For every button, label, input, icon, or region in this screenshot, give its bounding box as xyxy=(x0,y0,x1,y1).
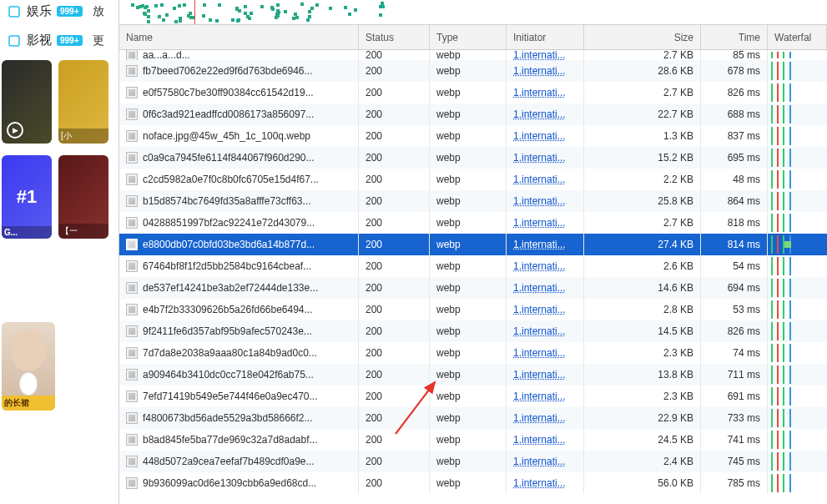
cell-time: 818 ms xyxy=(701,212,768,234)
cell-size: 2.3 KB xyxy=(584,386,701,407)
network-request-row[interactable]: a909464b3410dc0cc718e042f6ab75... 200 we… xyxy=(119,364,827,386)
cell-waterfall xyxy=(768,190,827,212)
cell-initiator: 1.internati... xyxy=(507,429,584,451)
cell-status: 200 xyxy=(359,407,430,429)
initiator-link[interactable]: 1.internati... xyxy=(513,282,566,294)
initiator-link[interactable]: 1.internati... xyxy=(513,260,566,272)
network-request-row[interactable]: 7d7da8e2038a9aaa80c1a84b9ad0c0... 200 we… xyxy=(119,342,827,364)
cell-initiator: 1.internati... xyxy=(507,364,584,386)
header-time[interactable]: Time xyxy=(701,25,768,49)
header-status[interactable]: Status xyxy=(359,25,430,49)
cell-initiator: 1.internati... xyxy=(507,472,584,494)
network-request-row[interactable]: 04288851997bf2ac92241e72d43079... 200 we… xyxy=(119,212,827,234)
cell-name: 9f2411fe6d357abf95b9afec570243e... xyxy=(119,320,359,342)
network-request-row[interactable]: 448d5072a9cea7eefaf7b489cdf0a9e... 200 w… xyxy=(119,451,827,472)
network-request-row[interactable]: 0f6c3ad921eadffcd0086173a856097... 200 w… xyxy=(119,103,827,125)
initiator-link[interactable]: 1.internati... xyxy=(513,477,566,489)
cell-waterfall xyxy=(768,147,827,169)
initiator-link[interactable]: 1.internati... xyxy=(513,434,566,446)
initiator-link[interactable]: 1.internati... xyxy=(513,217,566,229)
cell-waterfall xyxy=(768,255,827,277)
network-request-row[interactable]: b15d8574bc7649fd35a8afffe73cff63... 200 … xyxy=(119,190,827,212)
cell-type: webp xyxy=(430,472,507,494)
network-request-row[interactable]: e8800db07c0bfd03be3bd6a14b877d... 200 we… xyxy=(119,234,827,255)
network-request-row[interactable]: c0a9ca7945fe6114f844067f960d290... 200 w… xyxy=(119,147,827,169)
network-request-row[interactable]: 9f2411fe6d357abf95b9afec570243e... 200 w… xyxy=(119,320,827,342)
network-request-row[interactable]: c2cd5982a0e7f0c8b0fc6705e15d4f67... 200 … xyxy=(119,169,827,190)
header-initiator[interactable]: Initiator xyxy=(507,25,584,49)
cell-status: 200 xyxy=(359,103,430,125)
initiator-link[interactable]: 1.internati... xyxy=(513,50,566,60)
cell-initiator: 1.internati... xyxy=(507,212,584,234)
network-request-row[interactable]: f4800673bd56ade5529a3bd58666f2... 200 we… xyxy=(119,407,827,429)
cell-time: 695 ms xyxy=(701,147,768,169)
request-name: f4800673bd56ade5529a3bd58666f2... xyxy=(143,412,313,424)
cell-name: de537ef14241be3ab2ef72444de133e... xyxy=(119,277,359,299)
network-request-row[interactable]: 7efd71419b549e5e744f46e0a9ec470... 200 w… xyxy=(119,386,827,407)
video-thumb[interactable]: [小 xyxy=(58,60,108,144)
video-thumb[interactable]: #1G... xyxy=(2,155,52,239)
sidebar-trail: 放 xyxy=(93,4,104,19)
count-badge: 999+ xyxy=(57,6,83,17)
cell-initiator: 1.internati... xyxy=(507,320,584,342)
request-name: e0f57580c7be30ff90384cc61542d19... xyxy=(143,87,314,98)
initiator-link[interactable]: 1.internati... xyxy=(513,412,566,424)
initiator-link[interactable]: 1.internati... xyxy=(513,87,566,98)
initiator-link[interactable]: 1.internati... xyxy=(513,391,566,402)
overview-timeline[interactable] xyxy=(119,0,827,25)
cell-size: 22.9 KB xyxy=(584,407,701,429)
cell-status: 200 xyxy=(359,125,430,147)
initiator-link[interactable]: 1.internati... xyxy=(513,456,566,467)
network-request-row[interactable]: b8ad845fe5ba77de969c32a7d8adabf... 200 w… xyxy=(119,429,827,451)
request-name: e4b7f2b33309626b5a26fd66be6494... xyxy=(143,304,313,315)
initiator-link[interactable]: 1.internati... xyxy=(513,369,566,381)
initiator-link[interactable]: 1.internati... xyxy=(513,347,566,359)
network-request-row[interactable]: e0f57580c7be30ff90384cc61542d19... 200 w… xyxy=(119,82,827,103)
initiator-link[interactable]: 1.internati... xyxy=(513,325,566,337)
page-sidebar: 娱乐 999+ 放 影视 999+ 更 ▶[小 #1G...【一 的长裙 xyxy=(0,0,119,504)
cell-size: 2.3 KB xyxy=(584,342,701,364)
request-name: 448d5072a9cea7eefaf7b489cdf0a9e... xyxy=(143,456,315,467)
network-request-row[interactable]: e4b7f2b33309626b5a26fd66be6494... 200 we… xyxy=(119,299,827,320)
file-icon xyxy=(126,347,138,359)
thumb-person[interactable]: 的长裙 xyxy=(2,322,55,411)
video-thumb[interactable]: ▶ xyxy=(2,60,52,144)
initiator-link[interactable]: 1.internati... xyxy=(513,108,566,120)
initiator-link[interactable]: 1.internati... xyxy=(513,65,566,77)
cell-type: webp xyxy=(430,407,507,429)
initiator-link[interactable]: 1.internati... xyxy=(513,304,566,315)
entertainment-icon xyxy=(7,4,22,19)
header-type[interactable]: Type xyxy=(430,25,507,49)
video-thumb[interactable]: 【一 xyxy=(58,155,108,239)
cell-waterfall xyxy=(768,364,827,386)
network-request-row[interactable]: 67464bf8f1f2d5bb2584bc9164cbeaf... 200 w… xyxy=(119,255,827,277)
count-badge: 999+ xyxy=(57,35,83,46)
initiator-link[interactable]: 1.internati... xyxy=(513,239,566,250)
header-size[interactable]: Size xyxy=(584,25,701,49)
initiator-link[interactable]: 1.internati... xyxy=(513,152,566,164)
sidebar-item[interactable]: 影视 999+ 更 xyxy=(0,29,119,52)
header-waterfall[interactable]: Waterfal xyxy=(768,25,827,49)
cell-type: webp xyxy=(430,364,507,386)
cell-name: e0f57580c7be30ff90384cc61542d19... xyxy=(119,82,359,103)
initiator-link[interactable]: 1.internati... xyxy=(513,130,566,142)
cell-type: webp xyxy=(430,429,507,451)
initiator-link[interactable]: 1.internati... xyxy=(513,174,566,185)
cell-initiator: 1.internati... xyxy=(507,125,584,147)
network-request-row[interactable]: aa...a...d... 200 webp 1.internati... 2.… xyxy=(119,50,827,60)
request-name: c0a9ca7945fe6114f844067f960d290... xyxy=(143,152,315,164)
cell-size: 2.4 KB xyxy=(584,451,701,472)
sidebar-item[interactable]: 娱乐 999+ 放 xyxy=(0,0,119,23)
network-request-row[interactable]: de537ef14241be3ab2ef72444de133e... 200 w… xyxy=(119,277,827,299)
initiator-link[interactable]: 1.internati... xyxy=(513,195,566,207)
network-request-row[interactable]: fb7beed7062e22ed9f6d763bde6946... 200 we… xyxy=(119,60,827,82)
cell-size: 56.0 KB xyxy=(584,472,701,494)
thumb-caption: 的长裙 xyxy=(2,396,55,411)
cell-time: 691 ms xyxy=(701,386,768,407)
header-name[interactable]: Name xyxy=(119,25,359,49)
cell-type: webp xyxy=(430,277,507,299)
network-request-row[interactable]: 9b936099ac0d6e1309cbb6a9ed68cd... 200 we… xyxy=(119,472,827,494)
network-request-row[interactable]: noface.jpg@45w_45h_1c_100q.webp 200 webp… xyxy=(119,125,827,147)
cell-type: webp xyxy=(430,103,507,125)
cell-size: 24.5 KB xyxy=(584,429,701,451)
